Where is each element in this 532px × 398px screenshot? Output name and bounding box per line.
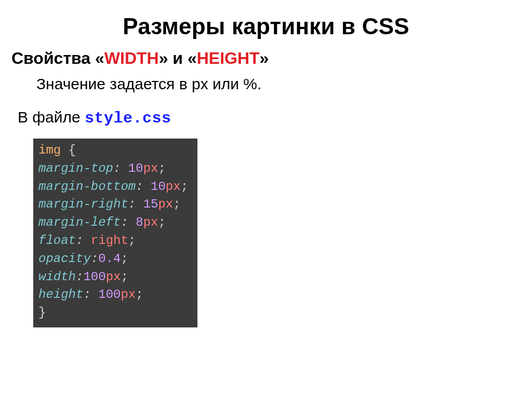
unit-px: px <box>121 287 136 301</box>
code-line-9: height: 100px; <box>38 286 188 304</box>
prop-height: height <box>38 287 83 301</box>
colon: : <box>113 161 121 175</box>
unit-px: px <box>143 215 158 229</box>
unit-px: px <box>166 180 181 194</box>
code-block: img { margin-top: 10px; margin-bottom: 1… <box>33 139 197 327</box>
space <box>91 287 98 301</box>
colon: : <box>91 252 98 266</box>
value-right: right <box>91 234 128 248</box>
semicolon: ; <box>173 197 180 211</box>
prop-margin-top: margin-top <box>38 161 113 175</box>
code-line-10: } <box>38 304 188 322</box>
semicolon: ; <box>181 180 188 194</box>
semicolon: ; <box>136 287 143 301</box>
file-name: style.css <box>85 109 171 127</box>
value-10: 10 <box>151 180 166 194</box>
subtitle-post: » <box>260 49 269 67</box>
colon: : <box>83 287 90 301</box>
prop-margin-right: margin-right <box>38 197 128 211</box>
unit-px: px <box>143 161 158 175</box>
code-line-6: float: right; <box>38 232 188 250</box>
semicolon: ; <box>121 270 128 284</box>
colon: : <box>121 215 128 229</box>
brace-open: { <box>61 143 76 157</box>
value-0-4: 0.4 <box>98 252 121 266</box>
prop-width: width <box>38 270 76 284</box>
file-line: В файле style.css <box>18 108 521 127</box>
file-line-pre: В файле <box>18 108 85 126</box>
selector-img: img <box>38 143 61 157</box>
space <box>128 215 136 229</box>
space <box>83 234 90 248</box>
colon: : <box>76 234 83 248</box>
prop-float: float <box>38 234 76 248</box>
slide-title: Размеры картинки в CSS <box>11 13 521 39</box>
code-line-5: margin-left: 8px; <box>38 214 188 232</box>
prop-opacity: opacity <box>38 252 91 266</box>
semicolon: ; <box>128 234 136 248</box>
prop-margin-left: margin-left <box>38 215 121 229</box>
space <box>136 197 143 211</box>
unit-px: px <box>158 197 173 211</box>
space <box>143 180 151 194</box>
code-line-8: width:100px; <box>38 268 188 286</box>
semicolon: ; <box>158 215 165 229</box>
colon: : <box>76 270 83 284</box>
subtitle-pre: Свойства « <box>11 49 104 67</box>
brace-close: } <box>38 306 46 320</box>
subtitle-keyword-width: WIDTH <box>104 49 159 67</box>
code-line-4: margin-right: 15px; <box>38 196 188 214</box>
colon: : <box>128 197 136 211</box>
colon: : <box>136 180 143 194</box>
unit-px: px <box>106 270 121 284</box>
code-line-1: img { <box>38 142 188 160</box>
semicolon: ; <box>158 161 165 175</box>
prop-margin-bottom: margin-bottom <box>38 180 136 194</box>
value-100: 100 <box>98 287 121 301</box>
code-line-2: margin-top: 10px; <box>38 160 188 178</box>
value-15: 15 <box>143 197 158 211</box>
subtitle-mid: » и « <box>159 49 197 67</box>
description-text: Значение задается в px или %. <box>36 75 521 93</box>
subtitle-keyword-height: HEIGHT <box>197 49 260 67</box>
slide-subtitle: Свойства «WIDTH» и «HEIGHT» <box>11 49 521 68</box>
code-line-7: opacity:0.4; <box>38 250 188 268</box>
semicolon: ; <box>121 252 128 266</box>
slide: Размеры картинки в CSS Свойства «WIDTH» … <box>0 0 532 327</box>
value-100: 100 <box>83 270 105 284</box>
value-8: 8 <box>136 215 143 229</box>
value-10: 10 <box>128 161 143 175</box>
space <box>121 161 128 175</box>
code-line-3: margin-bottom: 10px; <box>38 178 188 196</box>
